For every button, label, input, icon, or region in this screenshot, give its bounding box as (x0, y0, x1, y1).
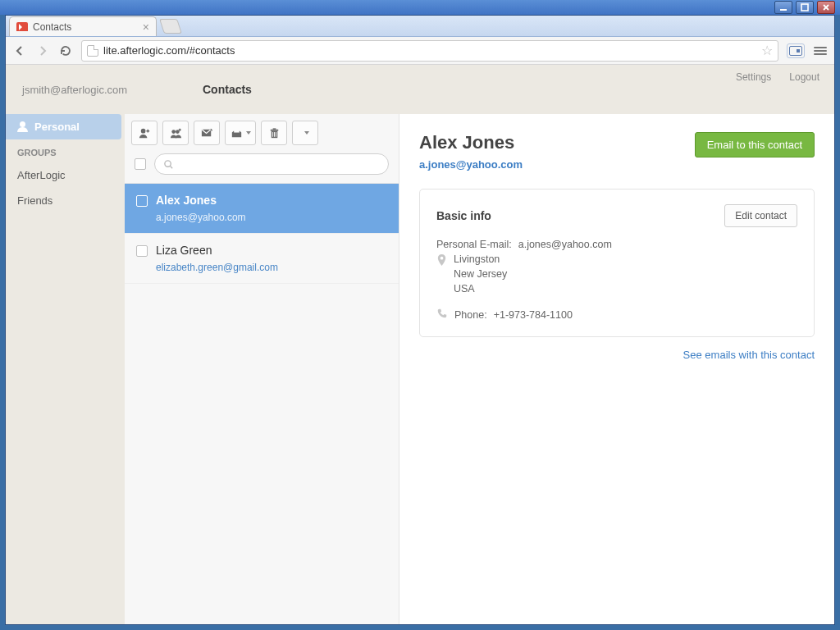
contact-row[interactable]: Liza Green elizabeth.green@gmail.com (125, 234, 399, 284)
contact-name: Liza Green (156, 244, 278, 257)
contacts-panel: Alex Jones a.jones@yahoo.com Liza Green … (125, 114, 399, 624)
phone-label: Phone: (454, 309, 487, 321)
edit-contact-button[interactable]: Edit contact (724, 204, 797, 227)
sidebar-group-afterlogic[interactable]: AfterLogic (6, 162, 125, 188)
sidebar-item-label: AfterLogic (17, 169, 66, 181)
contacts-toolbar (125, 114, 399, 152)
os-titlebar (0, 0, 840, 15)
sidebar-group-friends[interactable]: Friends (6, 188, 125, 213)
sidebar-item-label: Personal (34, 121, 80, 133)
new-tab-button[interactable] (159, 19, 182, 34)
row-checkbox[interactable] (136, 195, 148, 207)
settings-link[interactable]: Settings (736, 71, 771, 83)
contact-email: a.jones@yahoo.com (156, 212, 246, 223)
svg-rect-12 (272, 132, 273, 137)
import-export-button[interactable] (225, 121, 256, 145)
svg-point-4 (140, 128, 145, 133)
browser-tabstrip: Contacts × (6, 16, 834, 37)
extension-icon[interactable] (787, 43, 805, 58)
contact-name: Alex Jones (156, 194, 246, 207)
browser-toolbar: ☆ (6, 37, 834, 65)
current-user-email: jsmith@afterlogic.com (22, 84, 178, 96)
contact-row[interactable]: Alex Jones a.jones@yahoo.com (125, 184, 399, 234)
detail-contact-email[interactable]: a.jones@yahoo.com (419, 158, 523, 171)
svg-rect-14 (275, 132, 276, 137)
compose-mail-button[interactable] (194, 121, 220, 145)
sidebar-groups-heading: GROUPS (6, 139, 125, 162)
svg-rect-2 (790, 46, 802, 55)
reload-button[interactable] (58, 43, 73, 58)
svg-rect-3 (797, 49, 800, 52)
svg-point-16 (441, 257, 444, 260)
location-pin-icon (436, 254, 447, 269)
location-country: USA (454, 283, 507, 294)
phone-icon (436, 308, 448, 322)
back-button[interactable] (12, 43, 27, 58)
tab-close-icon[interactable]: × (143, 21, 149, 33)
more-actions-button[interactable] (292, 121, 318, 145)
sidebar-item-label: Friends (17, 194, 52, 207)
personal-email-value: a.jones@yahoo.com (518, 239, 612, 250)
mail-favicon-icon (16, 22, 28, 31)
logout-link[interactable]: Logout (789, 71, 819, 83)
page-icon (87, 45, 98, 57)
tab-title: Contacts (33, 21, 71, 33)
svg-rect-13 (274, 132, 275, 137)
svg-rect-11 (272, 128, 276, 129)
svg-point-6 (176, 130, 180, 134)
search-input[interactable] (179, 158, 380, 170)
forward-button[interactable] (35, 43, 50, 58)
location-city: Livingston (454, 253, 507, 265)
bookmark-star-icon[interactable]: ☆ (761, 43, 773, 58)
row-checkbox[interactable] (136, 245, 148, 257)
detail-contact-name: Alex Jones (419, 132, 523, 153)
person-icon (17, 121, 28, 132)
address-bar[interactable]: ☆ (81, 40, 778, 62)
os-close-button[interactable] (817, 1, 835, 14)
svg-rect-0 (780, 9, 787, 11)
search-icon (163, 159, 174, 170)
contacts-search[interactable] (154, 153, 389, 175)
contacts-list: Alex Jones a.jones@yahoo.com Liza Green … (125, 183, 399, 624)
hamburger-icon (814, 47, 827, 55)
browser-tab[interactable]: Contacts × (9, 16, 157, 36)
contact-email: elizabeth.green@gmail.com (156, 262, 278, 273)
new-group-button[interactable] (162, 121, 189, 145)
svg-point-15 (165, 160, 171, 166)
delete-button[interactable] (261, 121, 287, 145)
personal-email-label: Personal E-mail: (436, 239, 512, 250)
location-region: New Jersey (454, 268, 507, 280)
contact-detail-panel: Alex Jones a.jones@yahoo.com Email to th… (399, 114, 834, 624)
svg-rect-10 (270, 129, 277, 130)
url-input[interactable] (103, 44, 756, 57)
card-title: Basic info (436, 209, 491, 222)
os-minimize-button[interactable] (774, 1, 792, 14)
sidebar-item-personal[interactable]: Personal (6, 114, 121, 139)
phone-value: +1-973-784-1100 (494, 309, 573, 321)
svg-point-5 (171, 130, 176, 134)
new-contact-button[interactable] (131, 121, 158, 145)
svg-rect-8 (234, 130, 240, 132)
see-emails-link[interactable]: See emails with this contact (683, 349, 815, 361)
browser-menu-button[interactable] (813, 43, 828, 58)
basic-info-card: Basic info Edit contact Personal E-mail:… (419, 189, 815, 337)
page-title: Contacts (203, 83, 252, 96)
select-all-checkbox[interactable] (135, 158, 146, 170)
os-maximize-button[interactable] (796, 1, 814, 14)
chevron-down-icon (304, 131, 309, 135)
chevron-down-icon (246, 131, 251, 135)
svg-rect-1 (801, 4, 808, 11)
sidebar: Personal GROUPS AfterLogic Friends (6, 114, 125, 624)
app-header: jsmith@afterlogic.com Contacts Settings … (6, 65, 834, 114)
email-contact-button[interactable]: Email to this contact (695, 132, 815, 158)
